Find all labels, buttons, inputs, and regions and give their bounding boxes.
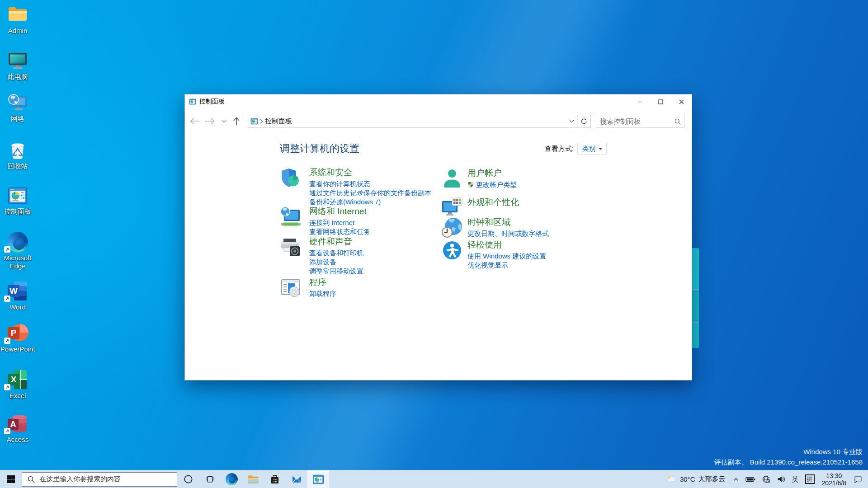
volume-icon[interactable] bbox=[774, 470, 789, 488]
tray-chevron-up-icon[interactable] bbox=[730, 470, 742, 488]
search-icon[interactable] bbox=[674, 118, 681, 125]
taskbar-search[interactable]: 在这里输入你要搜索的内容 bbox=[22, 472, 177, 487]
appearance-personalization-icon[interactable] bbox=[441, 197, 463, 219]
task-link[interactable]: 备份和还原(Windows 7) bbox=[309, 197, 431, 206]
task-link[interactable]: 优化视觉显示 bbox=[467, 261, 546, 269]
task-link[interactable]: 查看你的计算机状态 bbox=[309, 179, 431, 188]
desktop-icon-admin[interactable]: Admin bbox=[0, 3, 37, 35]
search-input[interactable] bbox=[600, 117, 674, 125]
category-title[interactable]: 轻松使用 bbox=[467, 239, 502, 250]
task-link[interactable]: 更改帐户类型 bbox=[476, 180, 517, 189]
category-title[interactable]: 硬件和声音 bbox=[309, 236, 352, 247]
edge-icon bbox=[0, 230, 37, 253]
back-button[interactable] bbox=[189, 115, 201, 127]
category-system-security: 系统和安全 查看你的计算机状态 通过文件历史记录保存你的文件备份副本 备份和还原… bbox=[280, 167, 431, 206]
desktop-icon-network[interactable]: 网络 bbox=[0, 91, 37, 123]
task-link[interactable]: 调整常用移动设置 bbox=[309, 267, 363, 275]
forward-button[interactable] bbox=[203, 115, 216, 127]
network-internet-icon[interactable] bbox=[280, 206, 302, 228]
system-security-icon[interactable] bbox=[280, 167, 302, 189]
taskbar-search-placeholder: 在这里输入你要搜索的内容 bbox=[39, 475, 121, 483]
desktop-icon-edge[interactable]: Microsoft Edge bbox=[0, 230, 37, 270]
navigation-bar: 控制面板 bbox=[185, 109, 692, 133]
taskbar-file-explorer[interactable] bbox=[242, 470, 264, 488]
shortcut-arrow-icon bbox=[4, 296, 10, 302]
close-button[interactable] bbox=[671, 94, 692, 109]
breadcrumb[interactable]: 控制面板 bbox=[265, 117, 292, 126]
minimize-button[interactable] bbox=[629, 94, 650, 109]
desktop-icon-word[interactable]: W Word bbox=[0, 279, 37, 311]
window-title: 控制面板 bbox=[199, 98, 225, 106]
task-link[interactable]: 查看网络状态和任务 bbox=[309, 227, 370, 236]
shortcut-arrow-icon bbox=[4, 428, 10, 434]
battery-icon[interactable] bbox=[742, 470, 759, 488]
category-title[interactable]: 用户帐户 bbox=[467, 168, 502, 178]
file-explorer-icon bbox=[247, 474, 259, 485]
task-link[interactable]: 通过文件历史记录保存你的文件备份副本 bbox=[309, 188, 431, 197]
mail-icon bbox=[291, 474, 302, 485]
category-title[interactable]: 程序 bbox=[309, 277, 326, 287]
category-title[interactable]: 外观和个性化 bbox=[467, 197, 519, 207]
desktop-icon-excel[interactable]: X Excel bbox=[0, 368, 37, 400]
user-accounts-icon[interactable] bbox=[441, 168, 463, 189]
windows-watermark: Windows 10 专业版 评估副本。 Build 21390.co_rele… bbox=[714, 446, 863, 467]
up-button[interactable] bbox=[230, 115, 243, 127]
weather-widget[interactable]: 30°C 大部多云 bbox=[662, 470, 730, 488]
task-view-button[interactable] bbox=[199, 470, 221, 488]
chevron-down-icon bbox=[599, 148, 602, 150]
taskbar-store[interactable] bbox=[264, 470, 286, 488]
address-bar[interactable]: 控制面板 bbox=[247, 115, 591, 128]
view-by-value: 类别 bbox=[582, 145, 595, 153]
recent-locations-dropdown[interactable] bbox=[220, 115, 228, 127]
desktop-icon-recycle-bin[interactable]: 回收站 bbox=[0, 138, 37, 170]
ime-language-indicator[interactable]: 英 bbox=[789, 470, 802, 488]
desktop-icon-this-pc[interactable]: 此电脑 bbox=[0, 49, 37, 81]
start-button[interactable] bbox=[0, 470, 22, 488]
refresh-button[interactable] bbox=[578, 115, 590, 127]
view-by-dropdown[interactable]: 类别 bbox=[577, 143, 607, 155]
category-title[interactable]: 时钟和区域 bbox=[467, 217, 510, 227]
weather-temp: 30°C bbox=[680, 475, 695, 483]
search-box[interactable] bbox=[596, 115, 684, 128]
recycle-bin-icon bbox=[0, 138, 37, 161]
maximize-button[interactable] bbox=[650, 94, 671, 109]
task-link[interactable]: 卸载程序 bbox=[309, 289, 336, 298]
category-title[interactable]: 系统和安全 bbox=[309, 167, 352, 178]
task-link[interactable]: 添加设备 bbox=[309, 258, 363, 266]
action-center-button[interactable] bbox=[850, 470, 866, 488]
desktop-icon-access[interactable]: A Access bbox=[0, 412, 37, 444]
hardware-sound-icon[interactable] bbox=[280, 236, 302, 258]
taskbar-edge[interactable] bbox=[221, 470, 242, 488]
task-link[interactable]: 使用 Windows 建议的设置 bbox=[467, 252, 546, 260]
cortana-button[interactable] bbox=[177, 470, 199, 488]
category-clock-region: 时钟和区域 更改日期、时间或数字格式 bbox=[441, 217, 549, 238]
clock-region-icon[interactable] bbox=[441, 217, 463, 239]
taskbar-mail[interactable] bbox=[286, 470, 307, 488]
task-link[interactable]: 连接到 Internet bbox=[309, 218, 370, 227]
control-panel-icon bbox=[189, 98, 196, 105]
programs-icon[interactable] bbox=[280, 277, 302, 299]
category-title[interactable]: 网络和 Internet bbox=[309, 206, 367, 216]
chevron-right-icon[interactable] bbox=[260, 119, 263, 124]
control-panel-icon bbox=[0, 183, 37, 206]
svg-text:A: A bbox=[10, 420, 16, 429]
edge-icon bbox=[226, 473, 238, 485]
ease-of-access-icon[interactable] bbox=[441, 239, 463, 261]
category-hardware-sound: 硬件和声音 查看设备和打印机 添加设备 调整常用移动设置 bbox=[280, 236, 363, 275]
desktop-icon-powerpoint[interactable]: P PowerPoint bbox=[0, 321, 37, 353]
page-title: 调整计算机的设置 bbox=[280, 142, 359, 155]
category-ease-of-access: 轻松使用 使用 Windows 建议的设置 优化视觉显示 bbox=[441, 239, 546, 269]
svg-text:P: P bbox=[11, 328, 17, 338]
background-window-edge[interactable] bbox=[692, 248, 699, 348]
titlebar[interactable]: 控制面板 bbox=[185, 94, 692, 109]
address-dropdown-button[interactable] bbox=[566, 115, 577, 127]
view-by: 查看方式: 类别 bbox=[545, 143, 607, 155]
network-globe-icon[interactable] bbox=[759, 470, 774, 488]
taskbar-control-panel[interactable] bbox=[307, 470, 329, 488]
desktop-icon-control-panel[interactable]: 控制面板 bbox=[0, 183, 37, 216]
ime-mode-indicator[interactable]: 拼 bbox=[805, 474, 815, 484]
clock[interactable]: 13:30 2021/6/8 bbox=[818, 472, 851, 487]
task-link[interactable]: 更改日期、时间或数字格式 bbox=[467, 229, 549, 238]
task-link[interactable]: 查看设备和打印机 bbox=[309, 249, 363, 257]
category-network-internet: 网络和 Internet 连接到 Internet 查看网络状态和任务 bbox=[280, 206, 370, 236]
